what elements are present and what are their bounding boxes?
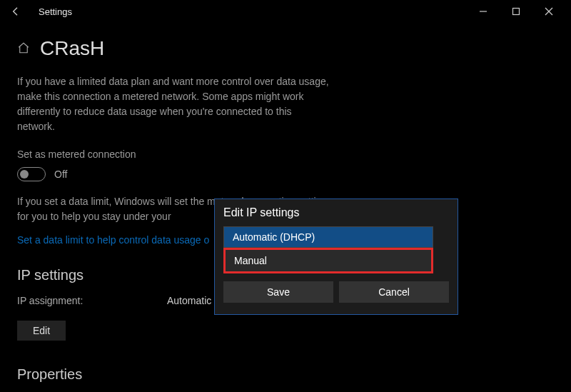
- close-button[interactable]: [532, 0, 565, 23]
- properties-heading: Properties: [17, 366, 554, 383]
- metered-toggle[interactable]: [17, 167, 46, 181]
- toggle-state-label: Off: [54, 169, 67, 180]
- window-title: Settings: [39, 6, 72, 17]
- cancel-button[interactable]: Cancel: [339, 281, 449, 303]
- ip-assignment-key: IP assignment:: [17, 295, 138, 306]
- save-button[interactable]: Save: [223, 281, 333, 303]
- window-titlebar: Settings: [0, 0, 571, 23]
- window-controls: [467, 0, 565, 23]
- dialog-buttons: Save Cancel: [223, 281, 449, 310]
- metered-toggle-row: Off: [17, 167, 554, 181]
- page-header: CRasH: [17, 37, 554, 60]
- maximize-button[interactable]: [500, 0, 532, 23]
- home-icon: [17, 41, 30, 56]
- dialog-title: Edit IP settings: [223, 206, 449, 219]
- edit-ip-button[interactable]: Edit: [17, 321, 66, 341]
- page-title: CRasH: [40, 37, 104, 60]
- metered-toggle-label: Set as metered connection: [17, 149, 554, 160]
- option-manual[interactable]: Manual: [226, 250, 431, 271]
- back-button[interactable]: [6, 1, 26, 21]
- svg-rect-1: [513, 9, 520, 15]
- metered-description: If you have a limited data plan and want…: [17, 74, 331, 134]
- edit-ip-settings-dialog: Edit IP settings Automatic (DHCP) Manual…: [214, 198, 458, 315]
- option-automatic-dhcp[interactable]: Automatic (DHCP): [223, 226, 433, 248]
- minimize-button[interactable]: [467, 0, 500, 23]
